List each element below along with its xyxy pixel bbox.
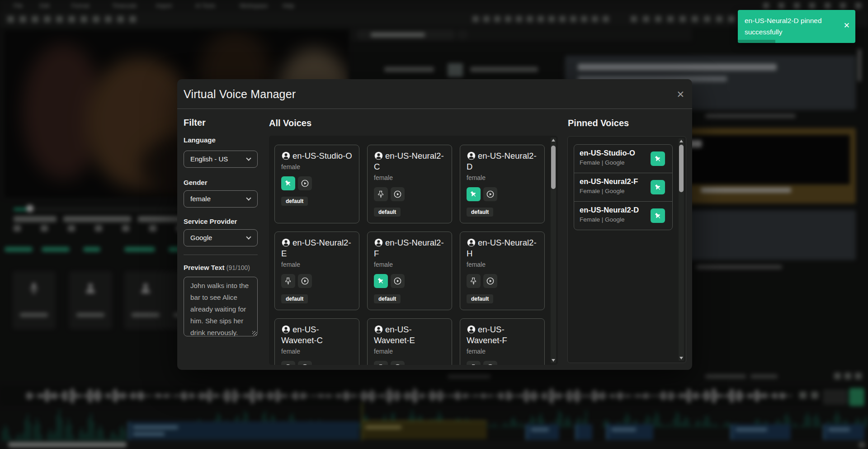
play-button[interactable] — [298, 176, 312, 190]
close-icon[interactable]: ✕ — [676, 89, 684, 100]
voice-name: en-US-Studio-O — [281, 151, 353, 161]
play-button[interactable] — [483, 361, 497, 365]
preview-text-input[interactable]: John walks into the bar to see Alice alr… — [184, 277, 258, 336]
pinned-voices-heading: Pinned Voices — [568, 118, 629, 128]
voice-gender: female — [467, 261, 538, 268]
pin-button[interactable] — [281, 361, 295, 365]
voice-name: en-US-Neural2-E — [281, 237, 353, 259]
play-icon — [301, 364, 309, 365]
scrollbar-thumb[interactable] — [551, 146, 556, 189]
voice-name: en-US-Neural2-F — [374, 237, 445, 259]
scrollbar-thumb[interactable] — [679, 145, 684, 192]
pin-icon — [652, 210, 663, 221]
play-button[interactable] — [483, 274, 497, 288]
voice-gender: female — [281, 163, 353, 170]
pin-icon — [377, 364, 385, 365]
scroll-down-icon[interactable] — [552, 359, 555, 362]
voice-gender: female — [467, 348, 538, 355]
play-button[interactable] — [483, 187, 497, 201]
voice-card: en-US-Neural2-Efemaledefault — [274, 232, 359, 310]
default-badge: default — [281, 294, 308, 303]
person-icon — [281, 238, 291, 247]
all-voices-heading: All Voices — [269, 118, 311, 128]
voice-card: en-US-Wavenet-Ffemale — [460, 318, 545, 365]
voice-name: en-US-Neural2-D — [467, 151, 538, 172]
pin-button[interactable] — [467, 361, 481, 365]
pin-icon — [284, 277, 292, 285]
person-icon — [374, 238, 383, 247]
textarea-resize-handle[interactable] — [252, 331, 257, 336]
pin-icon — [470, 364, 477, 365]
voice-card: en-US-Wavenet-Efemale — [367, 318, 452, 365]
voice-gender: female — [467, 174, 538, 181]
play-icon — [393, 364, 402, 365]
success-toast: en-US-Neural2-D pinned successfully ✕ — [738, 10, 855, 43]
default-badge: default — [467, 208, 493, 217]
virtual-voice-manager-dialog: Virtual Voice Manager ✕ Filter Language … — [177, 79, 692, 370]
chevron-down-icon — [246, 156, 251, 161]
filter-heading: Filter — [184, 118, 206, 128]
language-value: English - US — [190, 155, 228, 163]
pin-icon — [652, 153, 663, 164]
pin-button[interactable] — [281, 176, 295, 190]
gender-value: female — [190, 195, 211, 203]
play-button[interactable] — [298, 274, 312, 288]
character-counter: (91/100) — [226, 264, 250, 271]
pin-button[interactable] — [374, 274, 388, 288]
pinned-voices-panel: en-US-Studio-OFemale | Googleen-US-Neura… — [567, 136, 686, 363]
provider-value: Google — [190, 234, 212, 241]
pin-icon — [468, 189, 479, 200]
voice-card: en-US-Neural2-Dfemaledefault — [460, 145, 545, 223]
scroll-down-icon[interactable] — [679, 357, 683, 359]
voice-gender: female — [374, 261, 445, 268]
all-voices-scrollbar[interactable] — [551, 137, 556, 363]
voice-card: en-US-Studio-Ofemaledefault — [274, 145, 359, 223]
voice-name: en-US-Wavenet-E — [374, 324, 445, 346]
pin-icon — [284, 364, 292, 365]
service-provider-select[interactable]: Google — [184, 229, 258, 246]
pin-button[interactable] — [467, 187, 481, 201]
preview-text-title: Preview Text — [184, 264, 225, 271]
pin-icon — [283, 178, 294, 189]
play-icon — [301, 179, 309, 188]
voice-card: en-US-Neural2-Hfemaledefault — [460, 232, 545, 310]
voice-name: en-US-Wavenet-F — [467, 324, 538, 346]
pin-button[interactable] — [374, 187, 388, 201]
gender-select[interactable]: female — [184, 190, 258, 208]
pinned-voice-row: en-US-Neural2-FFemale | Google — [574, 173, 673, 202]
play-button[interactable] — [391, 361, 405, 365]
language-label: Language — [184, 136, 216, 144]
person-icon — [467, 151, 476, 161]
pin-icon — [652, 182, 663, 193]
play-button[interactable] — [391, 274, 405, 288]
person-icon — [467, 238, 476, 247]
pin-button[interactable] — [374, 361, 388, 365]
play-button[interactable] — [298, 361, 312, 365]
pin-button[interactable] — [467, 274, 481, 288]
voice-name: en-US-Wavenet-C — [281, 324, 353, 346]
play-icon — [393, 277, 402, 285]
language-select[interactable]: English - US — [184, 151, 258, 168]
pinned-voices-scrollbar[interactable] — [679, 138, 684, 361]
unpin-button[interactable] — [651, 151, 665, 166]
pin-button[interactable] — [281, 274, 295, 288]
toast-close-icon[interactable]: ✕ — [844, 21, 850, 30]
unpin-button[interactable] — [651, 180, 665, 194]
voice-card: en-US-Neural2-Cfemaledefault — [367, 145, 452, 223]
scroll-up-icon[interactable] — [552, 139, 555, 142]
unpin-button[interactable] — [651, 208, 665, 223]
default-badge: default — [467, 294, 493, 303]
person-icon — [281, 151, 291, 161]
pin-icon — [377, 190, 385, 198]
scroll-up-icon[interactable] — [679, 140, 683, 142]
play-button[interactable] — [391, 187, 405, 201]
header-divider — [177, 109, 692, 109]
pin-icon — [376, 276, 387, 287]
person-icon — [467, 325, 476, 334]
default-badge: default — [281, 197, 308, 206]
default-badge: default — [374, 294, 401, 303]
dialog-title: Virtual Voice Manager — [184, 88, 296, 101]
voice-name: en-US-Neural2-C — [374, 151, 445, 172]
person-icon — [374, 325, 383, 334]
play-icon — [393, 190, 402, 199]
